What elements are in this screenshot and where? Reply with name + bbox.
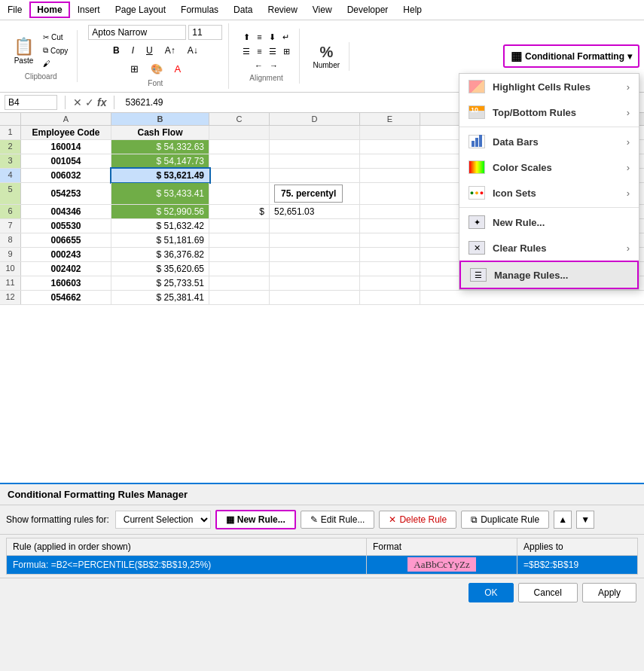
cell-d5[interactable]: 75. percentyl — [270, 183, 360, 204]
align-top-button[interactable]: ⬆ — [240, 30, 253, 44]
cell-e6[interactable] — [360, 205, 420, 218]
cell-c10[interactable] — [209, 262, 270, 276]
align-middle-button[interactable]: ≡ — [254, 30, 264, 44]
manage-rules-item[interactable]: ☰ Manage Rules... — [459, 261, 639, 289]
cell-e7[interactable] — [360, 219, 420, 233]
duplicate-rule-button[interactable]: ⧉ Duplicate Rule — [461, 511, 549, 529]
data-bars-item[interactable]: Data Bars › — [459, 129, 639, 154]
move-up-button[interactable]: ▲ — [554, 511, 572, 529]
cell-e1[interactable] — [360, 126, 420, 139]
color-scales-item[interactable]: Color Scales › — [459, 154, 639, 180]
cell-b8[interactable]: $ 51,181.69 — [111, 233, 209, 247]
cell-e12[interactable] — [360, 291, 420, 304]
cell-c2[interactable] — [209, 140, 270, 154]
cell-c8[interactable] — [209, 233, 270, 247]
fill-color-button[interactable]: 🎨 — [145, 60, 168, 78]
confirm-formula-icon[interactable]: ✓ — [85, 96, 94, 108]
cell-e2[interactable] — [360, 140, 420, 154]
cell-b6[interactable]: $ 52,990.56 — [111, 205, 209, 218]
cell-e10[interactable] — [360, 262, 420, 276]
col-header-e[interactable]: E — [360, 113, 420, 125]
cell-d11[interactable] — [270, 276, 360, 290]
cell-c1[interactable] — [209, 126, 270, 139]
cell-d3[interactable] — [270, 154, 360, 168]
cell-a4[interactable]: 006032 — [21, 169, 111, 182]
align-right-button[interactable]: ☰ — [266, 44, 279, 59]
cell-d10[interactable] — [270, 262, 360, 276]
format-painter-button[interactable]: 🖌 — [40, 58, 71, 69]
edit-rule-button[interactable]: ✎ Edit Rule... — [301, 511, 375, 529]
cell-a8[interactable]: 006655 — [21, 233, 111, 247]
cell-e3[interactable] — [360, 154, 420, 168]
cell-b12[interactable]: $ 25,381.41 — [111, 291, 209, 304]
menu-data[interactable]: Data — [226, 2, 260, 18]
cell-e11[interactable] — [360, 276, 420, 290]
cut-button[interactable]: ✂Cut — [40, 32, 71, 43]
cell-b7[interactable]: $ 51,632.42 — [111, 219, 209, 233]
cell-b9[interactable]: $ 36,376.82 — [111, 248, 209, 261]
delete-rule-button[interactable]: ✕ Delete Rule — [379, 511, 456, 529]
cell-e4[interactable] — [360, 169, 420, 182]
cell-d7[interactable] — [270, 219, 360, 233]
cancel-button[interactable]: Cancel — [518, 583, 578, 602]
font-name-input[interactable] — [88, 25, 186, 40]
cell-e5[interactable] — [360, 183, 420, 204]
cell-reference-input[interactable] — [5, 95, 57, 110]
move-down-button[interactable]: ▼ — [576, 511, 594, 529]
highlight-cells-rules-item[interactable]: Highlight Cells Rules › — [459, 74, 639, 99]
cancel-formula-icon[interactable]: ✕ — [73, 96, 82, 108]
cell-d9[interactable] — [270, 248, 360, 261]
italic-button[interactable]: I — [127, 42, 139, 59]
cell-d8[interactable] — [270, 233, 360, 247]
align-center-button[interactable]: ≡ — [254, 44, 264, 59]
cell-c6[interactable]: $ — [209, 205, 270, 218]
font-size-input[interactable] — [188, 25, 222, 40]
cell-a11[interactable]: 160603 — [21, 276, 111, 290]
col-header-a[interactable]: A — [21, 113, 111, 125]
show-for-select[interactable]: Current Selection — [115, 511, 211, 529]
cell-a1[interactable]: Employee Code — [21, 126, 111, 139]
col-header-b[interactable]: B — [111, 113, 209, 125]
underline-button[interactable]: U — [141, 42, 158, 59]
menu-view[interactable]: View — [305, 2, 340, 18]
cell-c11[interactable] — [209, 276, 270, 290]
cell-a7[interactable]: 005530 — [21, 219, 111, 233]
cell-c4[interactable] — [209, 169, 270, 182]
col-header-d[interactable]: D — [270, 113, 360, 125]
apply-button[interactable]: Apply — [582, 583, 636, 602]
cell-a10[interactable]: 002402 — [21, 262, 111, 276]
copy-button[interactable]: ⧉Copy — [40, 44, 71, 56]
indent-decrease-button[interactable]: ← — [252, 59, 266, 72]
cell-c7[interactable] — [209, 219, 270, 233]
insert-function-icon[interactable]: fx — [97, 96, 106, 108]
cell-d1[interactable] — [270, 126, 360, 139]
menu-developer[interactable]: Developer — [340, 2, 396, 18]
cell-b11[interactable]: $ 25,733.51 — [111, 276, 209, 290]
ok-button[interactable]: OK — [469, 583, 513, 602]
cell-b2[interactable]: $ 54,332.63 — [111, 140, 209, 154]
cell-b1[interactable]: Cash Flow — [111, 126, 209, 139]
icon-sets-item[interactable]: ● ● ● Icon Sets › — [459, 180, 639, 206]
cell-a6[interactable]: 004346 — [21, 205, 111, 218]
cell-a9[interactable]: 000243 — [21, 248, 111, 261]
cell-a2[interactable]: 160014 — [21, 140, 111, 154]
cell-b3[interactable]: $ 54,147.73 — [111, 154, 209, 168]
menu-insert[interactable]: Insert — [70, 2, 108, 18]
cell-c9[interactable] — [209, 248, 270, 261]
cell-b4[interactable]: $ 53,621.49 — [111, 169, 209, 182]
cell-d4[interactable] — [270, 169, 360, 182]
bold-button[interactable]: B — [108, 42, 125, 59]
cell-c12[interactable] — [209, 291, 270, 304]
cell-d6[interactable]: 52,651.03 — [270, 205, 360, 218]
menu-page-layout[interactable]: Page Layout — [108, 2, 173, 18]
cell-a3[interactable]: 001054 — [21, 154, 111, 168]
cell-e9[interactable] — [360, 248, 420, 261]
new-rule-button[interactable]: ▦ New Rule... — [215, 510, 296, 529]
clear-rules-item[interactable]: ✕ Clear Rules › — [459, 235, 639, 261]
menu-formulas[interactable]: Formulas — [173, 2, 226, 18]
cell-d2[interactable] — [270, 140, 360, 154]
paste-button[interactable]: 📋 Paste — [11, 35, 37, 66]
cell-c5[interactable] — [209, 183, 270, 204]
wrap-text-button[interactable]: ↵ — [279, 30, 292, 44]
decrease-font-button[interactable]: A↓ — [182, 42, 203, 59]
